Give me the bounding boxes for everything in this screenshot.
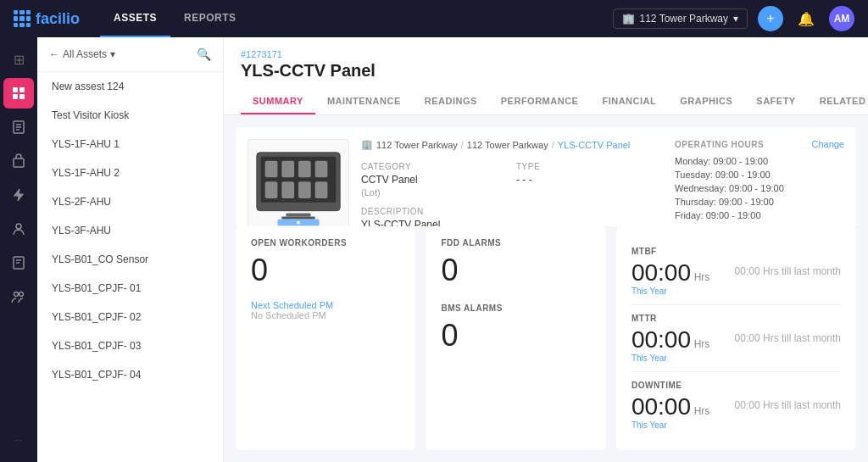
nav-tab-assets[interactable]: ASSETS	[100, 0, 170, 37]
downtime-value-row: 00:00 Hrs	[632, 393, 709, 420]
svg-rect-21	[315, 161, 328, 178]
tab-related[interactable]: RELATED	[808, 89, 868, 114]
op-monday: Monday: 09:00 - 19:00	[675, 156, 844, 166]
building-icon: 🏢	[361, 139, 373, 150]
operating-hours-title: OPERATING HOURS	[675, 140, 764, 149]
svg-rect-0	[13, 87, 18, 92]
tab-safety[interactable]: SAFETY	[744, 89, 807, 114]
asset-id: #1273171	[241, 49, 851, 59]
tab-financial[interactable]: FINANCIAL	[590, 89, 668, 114]
tab-performance[interactable]: PERFORMANCE	[489, 89, 591, 114]
category-field: CATEGORY CCTV Panel (Lot)	[361, 162, 508, 198]
list-item[interactable]: YLS-1F-AHU 2	[37, 159, 223, 187]
add-button[interactable]: +	[758, 6, 783, 31]
svg-rect-23	[281, 181, 294, 198]
mtbf-label: MTBF	[632, 247, 709, 256]
breadcrumb-item-1[interactable]: 112 Tower Parkway	[376, 140, 458, 150]
chevron-down-icon: ▾	[110, 48, 115, 60]
detail-grid: CATEGORY CCTV Panel (Lot) TYPE - - -	[361, 162, 663, 198]
asset-list: ← All Assets ▾ 🔍 New assest 124 Test Vis…	[37, 37, 224, 462]
breadcrumb: 🏢 112 Tower Parkway / 112 Tower Parkway …	[361, 139, 663, 150]
mttr-block: MTTR 00:00 Hrs This Year 00:00 Hrs till …	[632, 305, 841, 372]
chevron-down-icon: ▾	[733, 13, 738, 25]
metrics-panel: MTBF 00:00 Hrs This Year 00:00 Hrs till …	[616, 226, 856, 450]
notifications-button[interactable]: 🔔	[793, 6, 819, 31]
mtbf-period: This Year	[632, 287, 709, 296]
list-item[interactable]: YLS-B01_CPJF- 01	[37, 274, 223, 303]
op-wednesday: Wednesday: 09:00 - 19:00	[675, 183, 844, 193]
alarms-panel: FDD ALARMS 0 BMS ALARMS 0	[426, 226, 605, 450]
fdd-alarms-value: 0	[441, 253, 590, 288]
mtbf-left: MTBF 00:00 Hrs This Year	[632, 247, 709, 296]
tab-graphics[interactable]: GRAPHICS	[668, 89, 744, 114]
svg-rect-8	[14, 159, 24, 167]
description-field: DESCRIPTION YLS-CCTV Panel	[361, 207, 663, 226]
svg-point-14	[14, 292, 19, 297]
sidebar-icons: ⊞ ···	[0, 37, 37, 462]
operating-hours-header: OPERATING HOURS Change	[675, 139, 844, 149]
list-item[interactable]: YLS-B01_CPJF- 04	[37, 360, 223, 389]
list-item[interactable]: New assest 124	[37, 72, 223, 101]
sidebar-icon-more[interactable]: ···	[3, 425, 34, 455]
list-item[interactable]: Test Visitor Kiosk	[37, 101, 223, 130]
change-hours-button[interactable]: Change	[811, 139, 844, 149]
downtime-value: 00:00	[632, 393, 691, 420]
search-icon[interactable]: 🔍	[197, 47, 211, 61]
back-label: All Assets	[63, 48, 107, 60]
metrics-list: MTBF 00:00 Hrs This Year 00:00 Hrs till …	[632, 238, 841, 438]
sidebar-icon-people[interactable]	[3, 214, 34, 244]
mttr-compare: 00:00 Hrs till last month	[735, 332, 841, 344]
svg-point-10	[16, 224, 21, 229]
nav-tab-reports[interactable]: REPORTS	[170, 0, 250, 37]
asset-tabs: SUMMARY MAINTENANCE READINGS PERFORMANCE…	[241, 89, 851, 114]
open-workorders-label: OPEN WORKORDERS	[251, 238, 400, 248]
downtime-left: DOWNTIME 00:00 Hrs This Year	[632, 381, 709, 430]
sidebar-icon-buildings[interactable]	[3, 146, 34, 176]
stats-row: OPEN WORKORDERS 0 Next Scheduled PM No S…	[224, 226, 868, 462]
list-item[interactable]: YLS-2F-AHU	[37, 187, 223, 216]
svg-rect-25	[315, 181, 328, 198]
list-item[interactable]: YLS-B01_CO Sensor	[37, 245, 223, 274]
list-item[interactable]: YLS-1F-AHU 1	[37, 130, 223, 159]
avatar[interactable]: AM	[829, 6, 854, 31]
op-friday: Friday: 09:00 - 19:00	[675, 210, 844, 220]
tab-maintenance[interactable]: MAINTENANCE	[315, 89, 413, 114]
description-value: YLS-CCTV Panel	[361, 219, 440, 226]
downtime-right: 00:00 Hrs till last month	[735, 399, 841, 411]
mtbf-value: 00:00	[632, 259, 691, 286]
breadcrumb-item-2[interactable]: 112 Tower Parkway	[467, 140, 548, 150]
category-value: CCTV Panel	[361, 174, 418, 186]
mttr-unit: Hrs	[694, 338, 710, 350]
type-value: - - -	[516, 174, 532, 186]
list-item[interactable]: YLS-3F-AHU	[37, 216, 223, 245]
next-scheduled-pm-link[interactable]: Next Scheduled PM	[251, 300, 400, 310]
breadcrumb-item-3: YLS-CCTV Panel	[558, 140, 631, 150]
list-item[interactable]: YLS-B01_CPJF- 03	[37, 331, 223, 360]
asset-content: 🏢 112 Tower Parkway / 112 Tower Parkway …	[224, 115, 868, 226]
sidebar-icon-people2[interactable]	[3, 281, 34, 312]
tab-summary[interactable]: SUMMARY	[241, 89, 315, 114]
asset-list-header: ← All Assets ▾ 🔍	[37, 37, 223, 72]
tab-readings[interactable]: READINGS	[413, 89, 489, 114]
building-selector[interactable]: 🏢 112 Tower Parkway ▾	[613, 8, 748, 29]
open-workorders-panel: OPEN WORKORDERS 0 Next Scheduled PM No S…	[236, 226, 415, 450]
downtime-compare: 00:00 Hrs till last month	[735, 399, 841, 411]
no-scheduled-pm: No Scheduled PM	[251, 310, 400, 320]
sidebar-icon-energy[interactable]	[3, 180, 34, 210]
mtbf-value-row: 00:00 Hrs	[632, 259, 709, 287]
sidebar-icon-assets[interactable]	[3, 78, 34, 109]
operating-hours: OPERATING HOURS Change Monday: 09:00 - 1…	[675, 139, 844, 224]
list-item[interactable]: YLS-B01_CPJF- 02	[37, 303, 223, 331]
type-label: TYPE	[516, 162, 663, 171]
back-to-assets[interactable]: ← All Assets ▾	[49, 48, 115, 60]
downtime-label: DOWNTIME	[632, 381, 709, 390]
alarms-inner: FDD ALARMS 0 BMS ALARMS 0	[441, 238, 590, 357]
open-workorders-value: 0	[251, 253, 400, 288]
nav-tabs: ASSETS REPORTS	[100, 0, 250, 37]
sidebar-icon-reports[interactable]	[3, 248, 34, 278]
sidebar-icon-workorders[interactable]	[3, 112, 34, 142]
svg-point-15	[19, 292, 24, 297]
sidebar-icon-home[interactable]: ⊞	[3, 44, 34, 75]
back-arrow-icon: ←	[49, 48, 59, 60]
fdd-alarms-section: FDD ALARMS 0	[441, 238, 590, 292]
